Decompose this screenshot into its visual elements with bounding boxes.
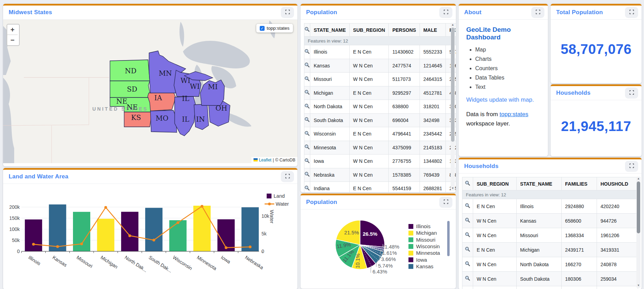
about-expand-button[interactable]	[531, 7, 544, 18]
land-bar[interactable]	[97, 219, 114, 251]
legend-label-water[interactable]: Water	[276, 201, 289, 207]
zoom-to-feature-button[interactable]	[304, 86, 310, 100]
households-table-expand-button[interactable]	[625, 161, 638, 172]
table-row[interactable]: North DakotaW N Cen638800318201320599	[304, 100, 456, 114]
table-row[interactable]: MinnesotaW N Cen437509921451832229916	[304, 141, 456, 155]
legend-label-land[interactable]: Land	[274, 193, 285, 199]
table-row[interactable]: E N CenIllinois29248804202240	[462, 199, 638, 214]
land-bar[interactable]	[121, 212, 138, 251]
scroll-down-icon[interactable]: ▼	[636, 283, 641, 288]
table-row[interactable]: NebraskaW N Cen1578385769439808946	[304, 168, 456, 182]
pie-legend-label[interactable]: Illinois	[416, 223, 431, 229]
total-population-expand-button[interactable]	[625, 7, 638, 18]
table-row[interactable]: W N CenMissouri13683341961206	[462, 228, 638, 243]
water-point[interactable]	[80, 243, 83, 245]
legend-scrollbar[interactable]	[447, 221, 450, 256]
water-point[interactable]	[225, 246, 228, 249]
zoom-to-feature-button[interactable]	[304, 127, 310, 141]
zoom-to-feature-button[interactable]	[462, 214, 473, 228]
water-point[interactable]	[249, 245, 251, 248]
table-row[interactable]: South DakotaW N Cen696004342498353506	[304, 113, 456, 127]
column-header[interactable]: FAMILIES	[561, 177, 597, 190]
column-header[interactable]: STATE_NAME	[310, 24, 350, 37]
land-water-expand-button[interactable]	[281, 171, 294, 182]
table-row[interactable]: W N CenNorth Dakota166270240878	[462, 257, 638, 272]
zoom-to-feature-button[interactable]	[304, 168, 310, 182]
land-bar[interactable]	[193, 206, 211, 251]
zoom-in-button[interactable]: +	[7, 25, 18, 35]
zoom-to-feature-button[interactable]	[462, 228, 473, 243]
water-point[interactable]	[201, 205, 203, 208]
scroll-down-icon[interactable]: ▼	[451, 186, 455, 190]
land-bar[interactable]	[145, 208, 163, 251]
table-row[interactable]: IllinoisE N Cen1143060255522335878369	[304, 45, 456, 59]
land-bar[interactable]	[169, 220, 186, 251]
scroll-up-icon[interactable]: ▲	[636, 177, 641, 181]
land-bar[interactable]	[241, 207, 259, 251]
zoom-to-feature-button[interactable]	[462, 199, 473, 214]
zoom-to-feature-button[interactable]	[304, 113, 310, 127]
table-row[interactable]: IndianaE N Cen554415926882812855878	[304, 182, 456, 193]
table-row[interactable]: W N CenKansas658600944726	[462, 214, 638, 228]
pie-legend-swatch[interactable]	[408, 231, 413, 235]
table-row[interactable]: MissouriW N Cen511707324643152652758	[304, 73, 456, 86]
table-row[interactable]: KansasW N Cen247757412146451262929	[304, 59, 456, 73]
column-header[interactable]: STATE_NAME	[516, 177, 561, 190]
water-point[interactable]	[104, 206, 107, 209]
water-point[interactable]	[153, 239, 155, 242]
pie-legend-swatch[interactable]	[408, 264, 413, 269]
table-row[interactable]: W N CenSouth Dakota180306259034	[462, 272, 638, 286]
pie-legend-label[interactable]: Kansas	[416, 263, 433, 269]
legend-swatch-land[interactable]	[267, 194, 272, 198]
column-header[interactable]: PERSONS	[389, 24, 420, 37]
population-table-expand-button[interactable]	[439, 7, 452, 18]
table-row[interactable]: MichiganE N Cen929529745127814782516	[304, 86, 456, 100]
column-header[interactable]: MALE	[420, 24, 446, 37]
land-bar[interactable]	[49, 204, 66, 251]
map-expand-button[interactable]	[281, 7, 294, 18]
land-bar[interactable]	[25, 220, 42, 251]
land-bar[interactable]	[73, 212, 90, 251]
layer-toggle[interactable]: ✓ topp:states	[256, 24, 293, 32]
column-header[interactable]: SUB_REGION	[349, 24, 389, 37]
pie-legend-label[interactable]: Missouri	[416, 237, 435, 243]
zoom-to-feature-button[interactable]	[304, 59, 310, 73]
table-row[interactable]: IowaW N Cen277675513448021431953	[304, 155, 456, 168]
states-map-svg[interactable]: UNITED STATESNDSDNENEKSIAMOMNWIWIILILINM…	[3, 20, 297, 163]
scroll-up-icon[interactable]: ▲	[451, 23, 455, 27]
table-row[interactable]: WisconsinE N Cen479644123454422450999	[304, 127, 456, 141]
pie-legend-label[interactable]: Michigan	[416, 230, 437, 236]
water-point[interactable]	[32, 243, 35, 246]
households-table-scrollbar[interactable]: ▲ ▼	[636, 177, 641, 288]
zoom-to-feature-button[interactable]	[304, 155, 310, 168]
table-row[interactable]: E N CenMichigan24391713419331	[462, 243, 638, 257]
pie-legend-swatch[interactable]	[408, 251, 413, 255]
zoom-to-feature-button[interactable]	[304, 73, 310, 86]
zoom-to-feature-button[interactable]	[462, 243, 473, 257]
zoom-to-feature-button[interactable]	[304, 45, 310, 59]
leaflet-map[interactable]: + − ✓ topp:states UNITED STATESNDSDNENEK…	[3, 20, 297, 163]
about-heading-link[interactable]: GeoLite Demo Dashboard	[466, 26, 540, 41]
checkbox-checked-icon[interactable]: ✓	[260, 26, 265, 31]
zoom-to-feature-button[interactable]	[462, 286, 473, 289]
pie-legend-label[interactable]: Minnesota	[416, 250, 440, 256]
water-point[interactable]	[56, 245, 59, 248]
population-pie-expand-button[interactable]	[439, 197, 452, 208]
pie-legend-swatch[interactable]	[408, 258, 413, 262]
zoom-to-feature-button[interactable]	[304, 141, 310, 155]
households-counter-expand-button[interactable]	[625, 87, 638, 99]
water-point[interactable]	[128, 234, 131, 237]
table-row[interactable]: E N CenWisconsin12483231789141	[462, 286, 638, 289]
zoom-to-feature-button[interactable]	[304, 100, 310, 114]
water-point[interactable]	[176, 221, 179, 224]
column-header[interactable]: SUB_REGION	[473, 177, 517, 190]
zoom-out-button[interactable]: −	[7, 35, 18, 45]
zoom-to-feature-button[interactable]	[304, 182, 310, 193]
pie-legend-swatch[interactable]	[408, 237, 413, 242]
population-table-scrollbar[interactable]: ▲ ▼	[451, 23, 455, 190]
zoom-to-feature-button[interactable]	[462, 272, 473, 286]
topp-states-link[interactable]: topp:states	[499, 111, 528, 118]
pie-legend-label[interactable]: Iowa	[416, 257, 427, 263]
leaflet-link[interactable]: Leaflet	[259, 158, 272, 162]
pie-legend-swatch[interactable]	[408, 244, 413, 249]
